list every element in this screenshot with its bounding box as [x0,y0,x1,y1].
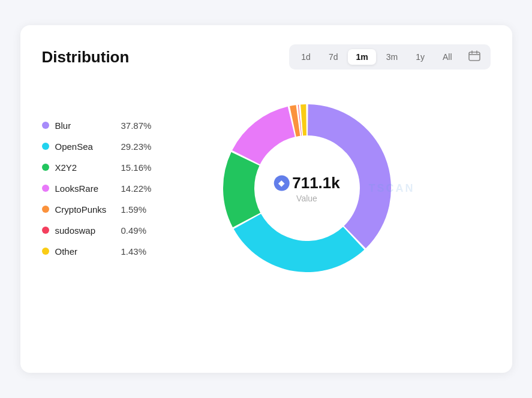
calendar-button[interactable] [462,47,486,67]
legend-dot [42,143,49,150]
donut-segment-blur [308,104,391,248]
legend-item: sudoswap 0.49% [42,225,168,236]
legend-dot [42,185,49,192]
legend-item: X2Y2 15.16% [42,162,168,173]
time-filter-3m[interactable]: 3m [378,49,405,65]
legend-pct: 15.16% [121,162,152,173]
legend-pct: 14.22% [121,183,152,194]
donut-segment-other [300,104,306,135]
legend-name: Other [55,246,115,257]
page-title: Distribution [42,48,130,67]
legend-pct: 1.43% [121,246,147,257]
legend-pct: 0.49% [121,225,147,236]
legend-dot [42,227,49,234]
donut-segment-looksrare [232,107,295,164]
card-header: Distribution 1d7d1m3m1yAll [42,44,491,70]
legend-dot [42,122,49,129]
time-filter-1d[interactable]: 1d [293,49,318,65]
legend-item: OpenSea 29.23% [42,141,168,152]
card-body: Blur 37.87% OpenSea 29.23% X2Y2 15.16% L… [42,86,491,290]
legend-pct: 37.87% [121,120,152,131]
donut-chart-svg [205,86,409,290]
legend-pct: 29.23% [121,141,152,152]
legend-item: CryptoPunks 1.59% [42,204,168,215]
legend: Blur 37.87% OpenSea 29.23% X2Y2 15.16% L… [42,120,168,257]
distribution-card: Distribution 1d7d1m3m1yAll Blur 37.87% O… [20,25,512,373]
donut-segment-x2y2 [223,152,260,227]
time-filter-7d[interactable]: 7d [321,49,346,65]
legend-name: X2Y2 [55,162,115,173]
time-filter-1y[interactable]: 1y [408,49,432,65]
donut-segment-opensea [233,214,364,272]
legend-dot [42,248,49,255]
time-filter-1m[interactable]: 1m [348,49,375,65]
time-filter-All[interactable]: All [435,49,460,65]
svg-rect-0 [469,52,480,61]
legend-name: sudoswap [55,225,115,236]
legend-name: OpenSea [55,141,115,152]
legend-item: LooksRare 14.22% [42,183,168,194]
legend-name: CryptoPunks [55,204,115,215]
donut-chart-container: TSCAN ◆ 711.1k Value [205,86,409,290]
time-filter-group: 1d7d1m3m1yAll [289,44,490,70]
legend-item: Blur 37.87% [42,120,168,131]
legend-dot [42,206,49,213]
legend-pct: 1.59% [121,204,147,215]
legend-name: Blur [55,120,115,131]
legend-item: Other 1.43% [42,246,168,257]
legend-name: LooksRare [55,183,115,194]
legend-dot [42,164,49,171]
